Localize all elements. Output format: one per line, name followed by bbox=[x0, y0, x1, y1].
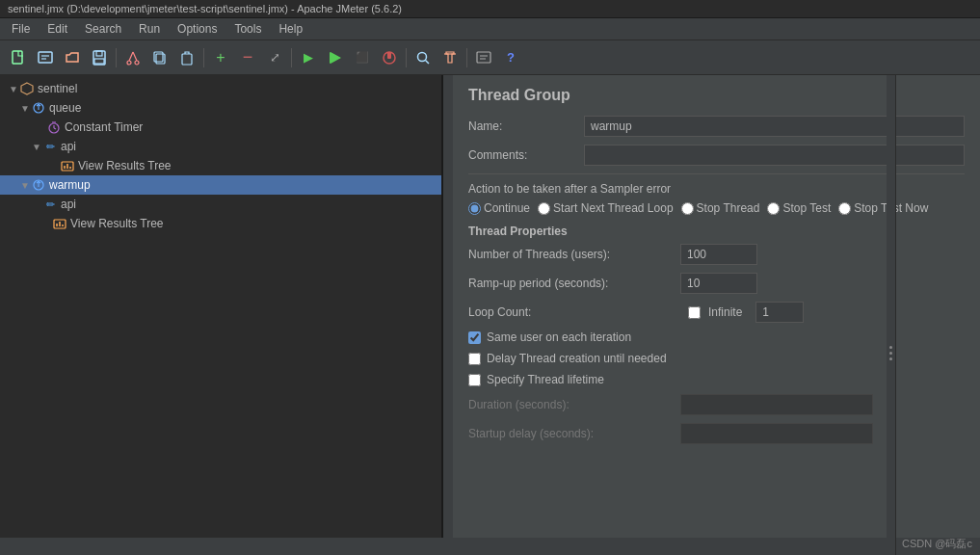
tree-node-warmup[interactable]: ▼ warmup bbox=[0, 175, 441, 195]
name-input[interactable] bbox=[584, 116, 965, 137]
menu-run[interactable]: Run bbox=[131, 20, 168, 38]
infinite-checkbox[interactable] bbox=[688, 306, 701, 319]
svg-rect-13 bbox=[182, 54, 192, 65]
radio-next-loop[interactable] bbox=[538, 202, 550, 215]
dot3 bbox=[889, 357, 892, 360]
svg-point-18 bbox=[418, 52, 427, 61]
radio-stop-test-now[interactable] bbox=[838, 202, 851, 215]
open-button[interactable] bbox=[60, 45, 85, 70]
tree-label-warmup: warmup bbox=[49, 178, 91, 192]
loop-count-input[interactable] bbox=[755, 302, 804, 323]
svg-rect-1 bbox=[39, 52, 52, 63]
title-text: sentinel.jmx (D:\development\jmeter\test… bbox=[8, 3, 402, 14]
menu-tools[interactable]: Tools bbox=[226, 20, 269, 38]
radio-stop-thread[interactable] bbox=[681, 202, 694, 215]
title-bar: sentinel.jmx (D:\development\jmeter\test… bbox=[0, 0, 980, 18]
tree-label-sentinel: sentinel bbox=[38, 82, 77, 95]
comments-label: Comments: bbox=[468, 148, 584, 162]
radio-continue-label[interactable]: Continue bbox=[468, 201, 530, 215]
startup-delay-input[interactable] bbox=[680, 423, 873, 444]
save-button[interactable] bbox=[87, 45, 112, 70]
menu-bar: File Edit Search Run Options Tools Help bbox=[0, 18, 980, 40]
stop-button[interactable]: ⬛ bbox=[350, 45, 375, 70]
paste-button[interactable] bbox=[174, 45, 199, 70]
radio-next-loop-label[interactable]: Start Next Thread Loop bbox=[538, 201, 674, 215]
tree-node-api-1[interactable]: ▼ ✏ api bbox=[0, 137, 441, 156]
menu-file[interactable]: File bbox=[4, 20, 38, 38]
start-button[interactable]: ▶ bbox=[296, 45, 321, 70]
svg-rect-17 bbox=[387, 52, 391, 59]
sep3 bbox=[291, 48, 292, 67]
expand-api-1[interactable]: ▼ bbox=[31, 142, 42, 152]
specify-lifetime-checkbox[interactable] bbox=[468, 374, 481, 386]
radio-stop-test-label[interactable]: Stop Test bbox=[767, 201, 831, 215]
tree-node-results-2[interactable]: ▶ View Results Tree bbox=[0, 214, 441, 233]
specify-lifetime-label: Specify Thread lifetime bbox=[487, 373, 604, 386]
expand-sentinel[interactable]: ▼ bbox=[8, 84, 19, 94]
tree-node-results-1[interactable]: ▶ View Results Tree bbox=[0, 156, 441, 175]
svg-line-28 bbox=[54, 128, 56, 129]
radio-continue[interactable] bbox=[468, 202, 481, 215]
rampup-input[interactable] bbox=[680, 273, 757, 294]
search-button[interactable] bbox=[411, 45, 436, 70]
comments-input[interactable] bbox=[584, 145, 965, 166]
start-loop-button[interactable] bbox=[323, 45, 348, 70]
svg-marker-15 bbox=[331, 52, 341, 64]
copy-button[interactable] bbox=[147, 45, 172, 70]
shutdown-button[interactable] bbox=[377, 45, 402, 70]
tree-label-api-2: api bbox=[61, 198, 76, 211]
sep4 bbox=[406, 48, 407, 67]
expand-warmup[interactable]: ▼ bbox=[19, 180, 31, 191]
sep2 bbox=[203, 48, 204, 67]
radio-stop-test-now-label[interactable]: Stop Test Now bbox=[838, 201, 928, 215]
new-button[interactable] bbox=[6, 45, 31, 70]
help-button[interactable]: ? bbox=[498, 45, 523, 70]
expand-queue[interactable]: ▼ bbox=[19, 103, 31, 114]
startup-delay-label: Startup delay (seconds): bbox=[468, 427, 680, 440]
add-button[interactable]: + bbox=[208, 45, 233, 70]
expand-api-2[interactable]: ▶ bbox=[31, 199, 42, 210]
templates-button[interactable] bbox=[33, 45, 58, 70]
cut-button[interactable] bbox=[120, 45, 146, 70]
threads-input[interactable] bbox=[680, 244, 757, 265]
warmup-icon bbox=[31, 177, 46, 193]
svg-rect-21 bbox=[477, 52, 490, 63]
same-user-checkbox[interactable] bbox=[468, 331, 481, 344]
expand-results-2[interactable]: ▶ bbox=[40, 219, 52, 229]
radio-stop-thread-label[interactable]: Stop Thread bbox=[681, 201, 760, 215]
log-button[interactable] bbox=[471, 45, 496, 70]
expand-button[interactable]: ⤢ bbox=[262, 45, 287, 70]
main-layout: ▼ sentinel ▼ queue ▶ Constant Timer bbox=[0, 75, 980, 538]
threads-label: Number of Threads (users): bbox=[468, 248, 680, 261]
menu-edit[interactable]: Edit bbox=[40, 20, 75, 38]
menu-help[interactable]: Help bbox=[271, 20, 310, 38]
delay-creation-checkbox[interactable] bbox=[468, 353, 481, 365]
queue-icon bbox=[31, 100, 46, 116]
name-label: Name: bbox=[468, 119, 584, 133]
dot1 bbox=[889, 346, 892, 349]
dot2 bbox=[889, 352, 892, 355]
svg-rect-4 bbox=[93, 51, 105, 65]
radio-next-loop-text: Start Next Thread Loop bbox=[553, 201, 674, 215]
radio-stop-test[interactable] bbox=[767, 202, 780, 215]
toolbar: + − ⤢ ▶ ⬛ ? bbox=[0, 40, 980, 75]
remove-button[interactable]: − bbox=[235, 45, 260, 70]
menu-options[interactable]: Options bbox=[170, 20, 225, 38]
infinite-label: Infinite bbox=[708, 305, 742, 319]
panel-divider[interactable] bbox=[887, 75, 896, 555]
expand-results-1[interactable]: ▶ bbox=[48, 161, 60, 172]
expand-constant-timer[interactable]: ▶ bbox=[35, 122, 46, 133]
timer-icon bbox=[46, 119, 62, 135]
menu-search[interactable]: Search bbox=[77, 20, 129, 38]
radio-stop-test-text: Stop Test bbox=[782, 201, 831, 215]
duration-label: Duration (seconds): bbox=[468, 398, 680, 411]
svg-point-8 bbox=[135, 61, 139, 65]
tree-node-queue[interactable]: ▼ queue bbox=[0, 98, 441, 118]
tree-node-sentinel[interactable]: ▼ sentinel bbox=[0, 79, 441, 98]
duration-input[interactable] bbox=[680, 394, 873, 415]
clear-button[interactable] bbox=[437, 45, 463, 70]
svg-rect-0 bbox=[13, 51, 22, 64]
tree-node-api-2[interactable]: ▶ ✏ api bbox=[0, 195, 441, 214]
sentinel-icon bbox=[19, 81, 35, 96]
tree-node-constant-timer[interactable]: ▶ Constant Timer bbox=[0, 118, 441, 137]
